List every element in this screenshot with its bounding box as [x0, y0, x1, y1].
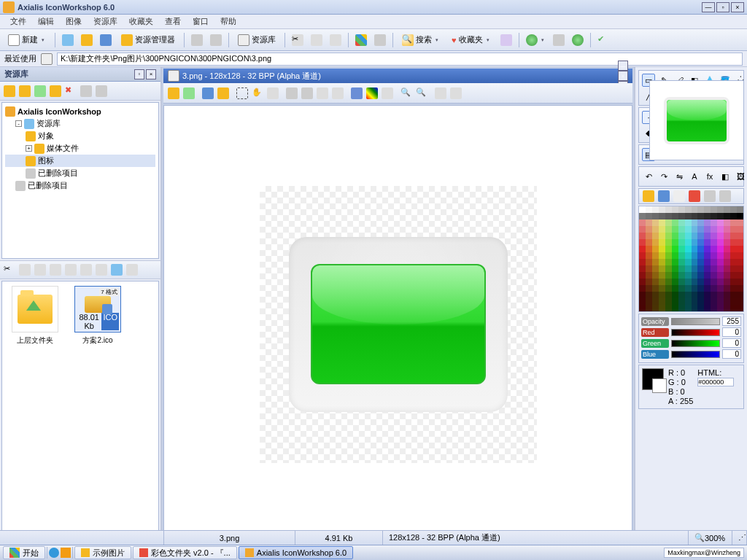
resource-library-button[interactable]: 资源库 [233, 32, 281, 48]
palette-color[interactable] [704, 226, 711, 233]
palette-color[interactable] [646, 305, 652, 311]
palette-color[interactable] [717, 252, 724, 259]
palette-color[interactable] [697, 265, 704, 272]
tree-deleted-1[interactable]: 已删除项目 [5, 167, 155, 179]
palette-color[interactable] [685, 305, 692, 311]
palette-color[interactable] [639, 239, 646, 246]
color-palette[interactable] [638, 206, 744, 312]
palette-color[interactable] [639, 285, 646, 292]
lib-new-button[interactable] [2, 84, 17, 98]
palette-color[interactable] [665, 279, 672, 285]
check-button[interactable]: ✔ [595, 32, 612, 48]
palette-color[interactable] [685, 259, 692, 265]
palette-color[interactable] [659, 246, 665, 252]
palette-color[interactable] [717, 298, 724, 305]
flip-h[interactable]: ⇋ [673, 170, 686, 183]
palette-color[interactable] [711, 285, 717, 292]
palette-color[interactable] [685, 292, 692, 298]
palette-color[interactable] [672, 285, 678, 292]
pal-open[interactable] [641, 189, 656, 203]
palette-color[interactable] [717, 305, 724, 311]
web-button[interactable]: ▾ [523, 32, 549, 48]
open-button[interactable] [59, 32, 77, 48]
dt-screen[interactable] [349, 86, 364, 101]
menu-edit[interactable]: 编辑 [32, 15, 60, 28]
palette-color[interactable] [665, 206, 672, 213]
palette-color[interactable] [717, 239, 724, 246]
palette-color[interactable] [692, 213, 698, 219]
search-button[interactable]: 🔍搜索▾ [397, 32, 445, 48]
palette-color[interactable] [665, 305, 672, 311]
thumb-file[interactable]: 7 格式 88.01 KbICO 方案2.ico [69, 286, 126, 346]
palette-color[interactable] [665, 226, 672, 233]
palette-color[interactable] [672, 206, 678, 213]
th-cut[interactable]: ✂ [2, 262, 17, 277]
palette-color[interactable] [737, 298, 743, 305]
pal-new[interactable] [672, 189, 686, 203]
tree-root[interactable]: Axialis IconWorkshop [5, 106, 155, 117]
palette-color[interactable] [704, 305, 711, 311]
palette-color[interactable] [659, 292, 665, 298]
palette-color[interactable] [730, 206, 737, 213]
palette-color[interactable] [730, 239, 737, 246]
palette-color[interactable] [724, 226, 730, 233]
palette-color[interactable] [652, 239, 659, 246]
palette-color[interactable] [678, 246, 685, 252]
palette-color[interactable] [730, 298, 737, 305]
palette-color[interactable] [659, 226, 665, 233]
palette-color[interactable] [724, 305, 730, 311]
th-a[interactable] [48, 262, 63, 277]
palette-color[interactable] [697, 213, 704, 219]
palette-color[interactable] [678, 305, 685, 311]
palette-color[interactable] [692, 265, 698, 272]
palette-color[interactable] [704, 279, 711, 285]
tray-icon-2[interactable] [61, 548, 71, 558]
palette-color[interactable] [685, 285, 692, 292]
palette-color[interactable] [711, 246, 717, 252]
palette-color[interactable] [659, 252, 665, 259]
copy-button[interactable] [308, 32, 325, 48]
palette-color[interactable] [724, 206, 730, 213]
palette-color[interactable] [685, 239, 692, 246]
palette-color[interactable] [697, 305, 704, 311]
favorites-button[interactable]: ♥收藏夹▾ [446, 32, 496, 48]
palette-color[interactable] [717, 206, 724, 213]
pal-sort[interactable] [703, 189, 717, 203]
palette-color[interactable] [646, 213, 652, 219]
palette-color[interactable] [639, 298, 646, 305]
palette-color[interactable] [711, 213, 717, 219]
palette-color[interactable] [711, 298, 717, 305]
palette-color[interactable] [692, 239, 698, 246]
palette-color[interactable] [665, 233, 672, 239]
palette-color[interactable] [665, 246, 672, 252]
palette-color[interactable] [692, 279, 698, 285]
palette-color[interactable] [692, 272, 698, 279]
b-slider[interactable] [671, 351, 720, 358]
palette-color[interactable] [717, 265, 724, 272]
rotate-right[interactable]: ↷ [657, 170, 670, 183]
palette-color[interactable] [639, 259, 646, 265]
palette-color[interactable] [730, 279, 737, 285]
palette-color[interactable] [652, 279, 659, 285]
palette-color[interactable] [717, 226, 724, 233]
dt-redo[interactable] [300, 86, 314, 101]
palette-color[interactable] [678, 259, 685, 265]
palette-color[interactable] [692, 298, 698, 305]
palette-color[interactable] [646, 219, 652, 226]
b-value[interactable]: 0 [722, 349, 741, 359]
pal-more[interactable] [718, 189, 732, 203]
new-button[interactable]: 新建▾ [3, 32, 51, 48]
palette-color[interactable] [672, 233, 678, 239]
fx-tool[interactable]: fx [703, 170, 716, 183]
palette-color[interactable] [697, 292, 704, 298]
palette-color[interactable] [659, 259, 665, 265]
palette-color[interactable] [730, 305, 737, 311]
opacity-slider[interactable] [671, 318, 720, 325]
palette-color[interactable] [704, 298, 711, 305]
palette-color[interactable] [678, 239, 685, 246]
palette-color[interactable] [646, 206, 652, 213]
palette-color[interactable] [652, 298, 659, 305]
palette-color[interactable] [646, 239, 652, 246]
palette-color[interactable] [639, 265, 646, 272]
palette-color[interactable] [730, 265, 737, 272]
